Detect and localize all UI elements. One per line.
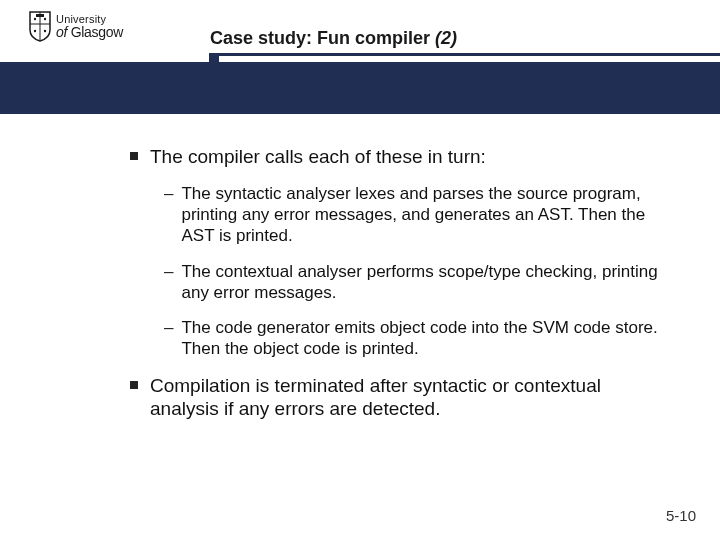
dash-bullet-icon: – xyxy=(164,183,173,204)
sub-bullet-text: The code generator emits object code int… xyxy=(181,317,670,360)
bullet-text: Compilation is terminated after syntacti… xyxy=(150,374,670,422)
navy-band xyxy=(0,62,720,114)
dash-bullet-icon: – xyxy=(164,317,173,338)
square-bullet-icon xyxy=(130,381,138,389)
slide-header: University of Glasgow Case study: Fun co… xyxy=(0,0,720,70)
bullet-level1: Compilation is terminated after syntacti… xyxy=(130,374,670,422)
page-number: 5-10 xyxy=(666,507,696,524)
bullet-text: The compiler calls each of these in turn… xyxy=(150,145,486,169)
dash-bullet-icon: – xyxy=(164,261,173,282)
bullet-level1: The compiler calls each of these in turn… xyxy=(130,145,670,169)
bullet-level2: – The syntactic analyser lexes and parse… xyxy=(164,183,670,247)
logo-text: University of Glasgow xyxy=(56,14,123,39)
slide-title: Case study: Fun compiler (2) xyxy=(210,28,457,49)
university-logo: University of Glasgow xyxy=(28,10,123,42)
bullet-level2: – The contextual analyser performs scope… xyxy=(164,261,670,304)
svg-point-5 xyxy=(34,30,36,32)
logo-line2: of Glasgow xyxy=(56,25,123,39)
title-underline xyxy=(209,53,720,56)
sub-bullet-text: The syntactic analyser lexes and parses … xyxy=(181,183,670,247)
square-bullet-icon xyxy=(130,152,138,160)
shield-icon xyxy=(28,10,52,42)
sub-bullet-text: The contextual analyser performs scope/t… xyxy=(181,261,670,304)
svg-point-3 xyxy=(34,18,36,20)
sub-bullet-group: – The syntactic analyser lexes and parse… xyxy=(130,183,670,360)
svg-point-6 xyxy=(44,30,46,32)
bullet-level2: – The code generator emits object code i… xyxy=(164,317,670,360)
title-suffix: (2) xyxy=(435,28,457,48)
svg-point-4 xyxy=(44,18,46,20)
title-prefix: Case study: Fun compiler xyxy=(210,28,435,48)
slide-body: The compiler calls each of these in turn… xyxy=(130,145,670,435)
